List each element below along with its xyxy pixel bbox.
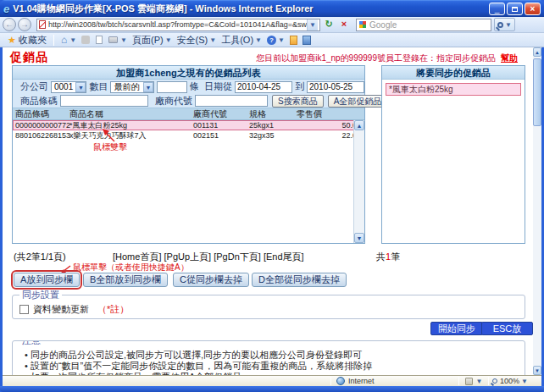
internet-globe-icon	[336, 377, 345, 385]
cell-name: *風車太白粉25kg	[69, 120, 193, 130]
vendor-input[interactable]	[195, 95, 268, 107]
barcode-input[interactable]	[60, 95, 148, 107]
date-from-label: 日期從	[204, 80, 232, 93]
status-bar: Internet ▼ 100% ▼	[3, 375, 541, 386]
page-scroll-up-icon[interactable]: ▲	[533, 47, 541, 57]
promo-list-panel: 加盟商1cheng之現有的促銷品列表 分公司 0001 ▼ 數目 最前的 ▼ 條…	[12, 65, 365, 244]
restore-button[interactable]	[507, 3, 523, 15]
search-products-button[interactable]: S搜索商品	[272, 95, 324, 108]
page-content: 促銷品 您目前以加盟商ik1_np的999999號員工登錄在：指定同步促銷品幫助…	[3, 47, 533, 375]
sync-item[interactable]: *風車太白粉25kg	[386, 83, 521, 96]
sync-panel-title: 將要同步的促銷品	[382, 66, 525, 80]
branch-value: 0001	[52, 82, 75, 91]
double-click-annotation: 鼠標雙擊	[93, 141, 127, 153]
esc-cancel-button[interactable]: ESC放棄	[481, 322, 533, 335]
date-to-label: 到	[295, 80, 304, 93]
annotation-arrow-icon	[97, 126, 119, 143]
count-select[interactable]: 最前的 ▼	[110, 81, 154, 93]
safety-menu-caret-icon: ▼	[209, 36, 216, 44]
addon-button-2[interactable]	[300, 34, 314, 47]
print-button[interactable]: ▼	[106, 34, 130, 47]
search-input[interactable]: Google	[356, 19, 491, 31]
minimize-button[interactable]: _	[489, 3, 505, 15]
search-button[interactable]: ▼	[494, 18, 515, 31]
count-select-caret-icon[interactable]: ▼	[143, 82, 153, 92]
scroll-down-icon[interactable]: ▼	[354, 233, 364, 243]
page-menu-caret-icon: ▼	[165, 36, 172, 44]
title-bar: e V1.04購物網同步作業[X-POS 雲端商務網] - Windows In…	[0, 0, 544, 17]
favorites-star-icon: ★	[8, 35, 16, 46]
data-update-checkbox[interactable]	[19, 305, 29, 314]
print-caret-icon[interactable]: ▼	[120, 36, 127, 44]
branch-select-caret-icon[interactable]: ▼	[75, 82, 86, 92]
rss-icon	[81, 36, 90, 44]
all-promos-button[interactable]: A全部促銷品	[328, 95, 388, 108]
settings-note: （*註）	[97, 303, 129, 316]
notice-bullet: 同步的商品分公司設定,被同步方可以選擇,同步方的要以相應分公司身份登錄即可	[25, 350, 521, 361]
branch-select[interactable]: 0001 ▼	[51, 81, 86, 93]
search-placeholder[interactable]: Google	[369, 20, 397, 30]
col-header-spec: 規格	[249, 108, 297, 119]
table-row[interactable]: 0000000000772 *風車太白粉25kg 001131 25kgx1 5…	[13, 120, 364, 130]
table-row[interactable]: 8801062268153 x樂天巧克力巧酥球7入 002151 32gx35 …	[13, 130, 364, 141]
cell-spec: 32gx35	[249, 130, 297, 141]
addon-button-1[interactable]	[287, 34, 300, 47]
forward-button[interactable]: →	[18, 18, 31, 31]
cell-vendor: 002151	[193, 130, 249, 141]
cell-name: x樂天巧克力巧酥球7入	[69, 130, 193, 141]
read-mail-button[interactable]	[93, 34, 106, 47]
help-link[interactable]: 幫助	[501, 53, 518, 63]
url-dropdown-icon[interactable]: ▼	[307, 19, 318, 30]
date-from-input[interactable]	[235, 81, 292, 93]
search-options-caret-icon[interactable]: ▼	[505, 21, 512, 29]
count-label: 數目	[89, 80, 108, 93]
page-scrollbar[interactable]: ▲ ▼	[533, 47, 541, 375]
zone-label: Internet	[348, 377, 375, 385]
stop-button[interactable]: ×	[337, 18, 351, 31]
back-button[interactable]: ←	[3, 18, 16, 31]
page-scroll-thumb[interactable]	[533, 58, 541, 126]
col-header-vendor: 廠商代號	[193, 108, 249, 119]
sync-panel: 將要同步的促銷品 *風車太白粉25kg	[381, 65, 525, 244]
notice-bullet: 設置的“數目”值不一定能同步你設定的數目，因為可能有重複的商品，系統將排除掉	[25, 361, 521, 372]
date-to-input[interactable]	[307, 81, 364, 93]
page-scroll-down-icon[interactable]: ▼	[533, 366, 541, 375]
add-all-to-sync-button[interactable]: B全部放到同步欄	[83, 273, 168, 287]
url-text[interactable]: http://win2008/tw/btch/scarsvnltl.asp?fr…	[48, 20, 307, 29]
zoom-control[interactable]: 100% ▼	[489, 377, 541, 385]
url-field[interactable]: http://win2008/tw/btch/scarsvnltl.asp?fr…	[36, 19, 320, 31]
help-menu[interactable]: ?▼	[264, 34, 287, 47]
protected-mode-icon	[465, 378, 473, 385]
refresh-button[interactable]: ↻	[322, 18, 336, 31]
zoom-magnifier-icon	[492, 378, 497, 384]
close-button[interactable]: ×	[525, 3, 541, 15]
remove-all-from-sync-button[interactable]: D全部從同步欄去掉	[252, 273, 347, 287]
data-update-label: 資料變動更新	[33, 303, 89, 316]
col-header-name: 商品名稱	[69, 108, 193, 119]
protected-mode-caret-icon: ▼	[476, 378, 483, 385]
col-header-barcode: 商品條碼	[15, 108, 69, 119]
safety-menu[interactable]: 安全(S)▼	[175, 34, 219, 47]
favorites-button[interactable]: ★ 收藏夾	[5, 34, 49, 47]
tools-menu-caret-icon: ▼	[255, 36, 262, 44]
protected-mode-button[interactable]: ▼	[459, 378, 488, 385]
zoom-caret-icon[interactable]: ▼	[521, 378, 528, 385]
home-caret-icon[interactable]: ▼	[69, 36, 76, 44]
count-input[interactable]	[157, 81, 187, 93]
home-button[interactable]: ⌂▼	[58, 34, 79, 47]
home-icon: ⌂	[61, 34, 67, 46]
add-to-sync-button[interactable]: A放到同步欄	[14, 273, 80, 287]
notice-fieldset: 注意 同步的商品分公司設定,被同步方可以選擇,同步方的要以相應分公司身份登錄即可…	[12, 340, 525, 375]
pagination-summary: (共2筆1/1頁)	[14, 251, 66, 263]
list-scrollbar[interactable]: ▲ ▼	[353, 120, 364, 243]
scroll-up-icon[interactable]: ▲	[354, 120, 364, 130]
tools-menu[interactable]: 工具(O)▼	[219, 34, 264, 47]
toolbar-separator	[53, 35, 54, 46]
help-caret-icon: ▼	[278, 36, 285, 44]
feeds-button[interactable]	[79, 34, 93, 47]
sync-count-prefix: 共	[376, 251, 386, 262]
start-sync-button[interactable]: 開始同步	[430, 322, 483, 335]
page-menu[interactable]: 頁面(P)▼	[130, 34, 175, 47]
remove-from-sync-button[interactable]: C從同步欄去掉	[173, 273, 249, 287]
login-notice: 您目前以加盟商ik1_np的999999號員工登錄在：指定同步促銷品幫助	[256, 52, 518, 64]
